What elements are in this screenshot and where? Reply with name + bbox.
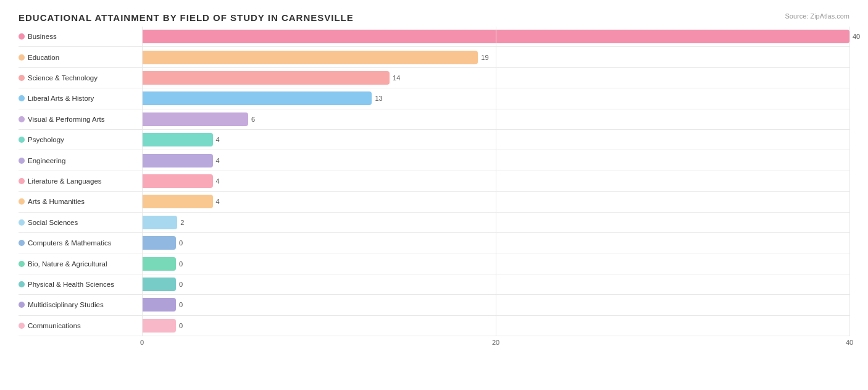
bar-fill bbox=[142, 298, 176, 312]
bar-value: 4 bbox=[216, 198, 220, 205]
bar-fill bbox=[142, 216, 177, 229]
label-dot bbox=[19, 116, 25, 122]
label-text: Literature & Languages bbox=[28, 177, 102, 185]
bar-fill bbox=[142, 154, 213, 167]
bar-fill bbox=[142, 133, 213, 146]
bar-track: 0 bbox=[142, 278, 849, 291]
bar-fill bbox=[142, 51, 478, 64]
bar-fill bbox=[142, 71, 390, 85]
label-dot bbox=[19, 323, 25, 329]
bar-row: Physical & Health Sciences 0 bbox=[19, 274, 849, 295]
label-dot bbox=[19, 198, 25, 205]
bar-value: 4 bbox=[216, 157, 220, 164]
label-text: Education bbox=[28, 54, 59, 61]
bar-fill bbox=[142, 195, 213, 208]
bar-value: 2 bbox=[180, 219, 184, 226]
bar-value: 19 bbox=[481, 54, 488, 61]
bar-value: 0 bbox=[179, 301, 183, 308]
bar-row: Engineering 4 bbox=[19, 150, 849, 171]
label-dot bbox=[19, 302, 25, 308]
bar-track: 2 bbox=[142, 216, 849, 229]
bar-track: 14 bbox=[142, 71, 849, 85]
chart-area: Business 40 Education 19 Science & Techn… bbox=[19, 27, 849, 349]
chart-title: EDUCATIONAL ATTAINMENT BY FIELD OF STUDY… bbox=[19, 12, 849, 23]
grid-line bbox=[849, 27, 850, 336]
label-dot bbox=[19, 137, 25, 143]
label-dot bbox=[19, 95, 25, 101]
bar-value: 14 bbox=[393, 74, 400, 82]
bar-fill bbox=[142, 319, 176, 333]
bar-row: Bio, Nature & Agricultural 0 bbox=[19, 253, 849, 274]
label-dot bbox=[19, 261, 25, 267]
bar-row: Computers & Mathematics 0 bbox=[19, 233, 849, 253]
bar-fill bbox=[142, 30, 849, 43]
source-text: Source: ZipAtlas.com bbox=[785, 12, 849, 20]
bar-row: Psychology 4 bbox=[19, 130, 849, 150]
bar-label: Science & Technology bbox=[19, 74, 142, 82]
bar-value: 4 bbox=[216, 136, 220, 143]
label-dot bbox=[19, 33, 25, 40]
label-text: Bio, Nature & Agricultural bbox=[28, 260, 107, 268]
label-text: Multidisciplinary Studies bbox=[28, 301, 104, 308]
x-tick: 20 bbox=[492, 339, 499, 346]
bar-label: Communications bbox=[19, 322, 142, 329]
bar-value: 40 bbox=[853, 33, 860, 40]
label-dot bbox=[19, 178, 25, 184]
bar-fill bbox=[142, 278, 176, 291]
bar-track: 0 bbox=[142, 298, 849, 312]
label-dot bbox=[19, 75, 25, 81]
x-tick: 40 bbox=[846, 339, 853, 346]
bar-label: Education bbox=[19, 54, 142, 61]
bar-label: Literature & Languages bbox=[19, 177, 142, 185]
label-text: Business bbox=[28, 33, 57, 40]
label-text: Science & Technology bbox=[28, 74, 98, 82]
bar-fill bbox=[142, 174, 213, 188]
bar-label: Engineering bbox=[19, 157, 142, 164]
label-dot bbox=[19, 219, 25, 226]
bar-row: Education 19 bbox=[19, 47, 849, 67]
bar-track: 4 bbox=[142, 154, 849, 167]
bar-label: Psychology bbox=[19, 136, 142, 143]
bar-row: Visual & Performing Arts 6 bbox=[19, 109, 849, 130]
bar-fill bbox=[142, 91, 372, 105]
x-tick: 0 bbox=[140, 339, 144, 346]
chart-container: EDUCATIONAL ATTAINMENT BY FIELD OF STUDY… bbox=[0, 0, 868, 390]
bar-row: Business 40 bbox=[19, 27, 849, 47]
bar-label: Social Sciences bbox=[19, 219, 142, 226]
bar-track: 0 bbox=[142, 236, 849, 250]
bar-track: 0 bbox=[142, 257, 849, 271]
x-axis: 02040 bbox=[19, 336, 849, 349]
bar-row: Multidisciplinary Studies 0 bbox=[19, 295, 849, 315]
bar-track: 4 bbox=[142, 133, 849, 146]
bar-row: Science & Technology 14 bbox=[19, 68, 849, 88]
label-text: Engineering bbox=[28, 157, 65, 164]
bar-label: Bio, Nature & Agricultural bbox=[19, 260, 142, 268]
bars-section: Business 40 Education 19 Science & Techn… bbox=[19, 27, 849, 336]
bar-fill bbox=[142, 236, 176, 250]
label-text: Psychology bbox=[28, 136, 64, 143]
bar-row: Literature & Languages 4 bbox=[19, 171, 849, 192]
bar-fill bbox=[142, 112, 248, 126]
bar-label: Computers & Mathematics bbox=[19, 239, 142, 247]
label-text: Visual & Performing Arts bbox=[28, 116, 104, 123]
bar-row: Arts & Humanities 4 bbox=[19, 192, 849, 212]
bar-value: 0 bbox=[179, 260, 183, 268]
label-dot bbox=[19, 158, 25, 164]
bar-value: 4 bbox=[216, 177, 220, 185]
bar-track: 4 bbox=[142, 195, 849, 208]
label-text: Communications bbox=[28, 322, 81, 329]
bar-track: 4 bbox=[142, 174, 849, 188]
bar-label: Visual & Performing Arts bbox=[19, 116, 142, 123]
bar-track: 40 bbox=[142, 30, 849, 43]
bar-label: Arts & Humanities bbox=[19, 198, 142, 205]
bar-track: 0 bbox=[142, 319, 849, 333]
bar-track: 6 bbox=[142, 112, 849, 126]
bar-value: 13 bbox=[375, 95, 382, 102]
bar-fill bbox=[142, 257, 176, 271]
label-text: Social Sciences bbox=[28, 219, 78, 226]
label-text: Liberal Arts & History bbox=[28, 95, 94, 102]
bar-track: 13 bbox=[142, 91, 849, 105]
bar-value: 6 bbox=[251, 116, 255, 123]
bar-track: 19 bbox=[142, 51, 849, 64]
label-dot bbox=[19, 54, 25, 61]
